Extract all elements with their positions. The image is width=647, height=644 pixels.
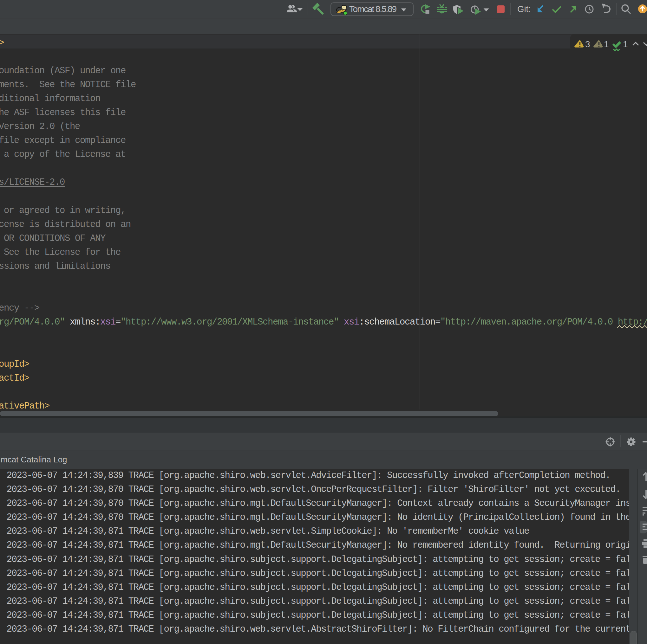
svg-text:3: 3 <box>585 39 590 49</box>
svg-text:Tomcat 8.5.89: Tomcat 8.5.89 <box>349 4 397 14</box>
svg-text:1: 1 <box>623 39 628 49</box>
svg-text:Git:: Git: <box>517 4 531 14</box>
svg-text:1: 1 <box>604 39 609 49</box>
